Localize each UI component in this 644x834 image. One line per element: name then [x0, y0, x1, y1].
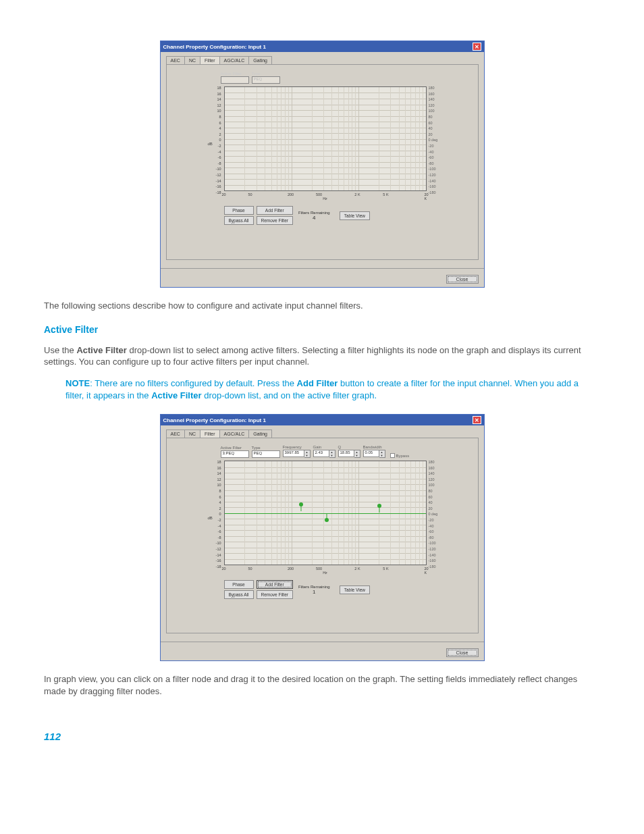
gain-label: Gain [313, 445, 336, 449]
hz-axis-label: Hz [224, 571, 427, 575]
down-arrow-icon: ▼ [304, 454, 310, 457]
y-axis-right-ticks: 180160140120100806040200 deg-20-40-60-80… [429, 85, 438, 195]
y-axis-left-ticks: 181614121086420-2-4-6-8-10-12-14-16-18 [212, 85, 221, 195]
chart-grid[interactable] [224, 461, 427, 565]
active-filter-col: Active Filter 3:PEQ [221, 446, 249, 458]
remove-filter-button[interactable]: Remove Filter [257, 216, 293, 225]
dialog-titlebar[interactable]: Channel Property Configuration: Input 1 … [161, 415, 484, 425]
active-filter-paragraph: Use the Active Filter drop-down list to … [44, 344, 600, 368]
active-filter-label: Active Filter [221, 72, 249, 76]
down-arrow-icon: ▼ [329, 454, 335, 457]
gain-spinner[interactable]: 2.43▲▼ [313, 450, 336, 458]
table-view-button[interactable]: Table View [340, 585, 370, 594]
checkbox-icon[interactable] [390, 453, 395, 458]
remove-filter-button[interactable]: Remove Filter [257, 590, 293, 599]
active-filter-dropdown[interactable]: 3:PEQ [221, 450, 249, 458]
tab-aec[interactable]: AEC [166, 56, 185, 64]
tab-strip: AEC NC Filter AGC/ALC Gating [166, 429, 479, 438]
tab-agcalc[interactable]: AGC/ALC [219, 56, 250, 64]
close-button[interactable]: Close [446, 275, 479, 284]
page-number: 112 [44, 731, 600, 742]
phase-button[interactable]: Phase [224, 580, 254, 589]
filter-node[interactable] [325, 518, 329, 522]
filter-node[interactable] [377, 504, 381, 508]
type-dropdown[interactable]: PEQ [252, 76, 280, 84]
filters-remaining-count: 4 [298, 215, 330, 221]
bypass-all-button[interactable]: Bypass All [224, 590, 254, 599]
tab-nc[interactable]: NC [184, 429, 200, 438]
hz-axis-label: Hz [224, 197, 427, 201]
note-label: NOTE [65, 378, 90, 388]
tab-nc[interactable]: NC [184, 56, 200, 64]
active-filter-label: Active Filter [221, 446, 249, 450]
active-filter-heading: Active Filter [44, 324, 600, 335]
dialog-footer: Close [161, 268, 484, 287]
y-axis-left-ticks: 181614121086420-2-4-6-8-10-12-14-16-18 [212, 459, 221, 569]
bandwidth-spinner[interactable]: 0.05▲▼ [363, 450, 385, 458]
filter-node[interactable] [299, 502, 303, 506]
type-dropdown[interactable]: PEQ [252, 450, 280, 458]
filters-remaining: Filters Remaining 1 [296, 585, 333, 595]
dialog-body: AEC NC Filter AGC/ALC Gating Active Filt… [161, 425, 484, 642]
add-filter-button[interactable]: Add Filter [257, 206, 293, 215]
active-filter-dropdown[interactable] [221, 76, 249, 84]
type-label: Type [252, 72, 280, 76]
phase-button[interactable]: Phase [224, 206, 254, 215]
filter-tab-panel: Active Filter 3:PEQ Type PEQ Frequency 3… [166, 438, 479, 633]
graph-view-paragraph: In graph view, you can click on a filter… [44, 673, 600, 697]
frequency-spinner[interactable]: 3997.85▲▼ [283, 450, 311, 458]
active-filter-bold-2: Active Filter [151, 390, 201, 400]
filter-controls-row: Active Filter Type PEQ [221, 72, 471, 84]
tab-gating[interactable]: Gating [248, 429, 272, 438]
type-col: Type PEQ [252, 72, 280, 84]
type-label: Type [252, 446, 280, 450]
table-view-button[interactable]: Table View [340, 211, 370, 220]
tab-filter[interactable]: Filter [200, 429, 220, 438]
q-col: Q 18.85▲▼ [338, 445, 360, 458]
note-block: NOTE: There are no filters configured by… [65, 377, 579, 402]
y-axis-right-ticks: 180160140120100806040200 deg-20-40-60-80… [429, 459, 438, 569]
dialog-title: Channel Property Configuration: Input 1 [163, 417, 266, 423]
add-filter-bold: Add Filter [297, 378, 338, 388]
close-icon[interactable]: ✕ [473, 416, 481, 424]
close-button[interactable]: Close [446, 648, 479, 657]
channel-property-dialog-1: Channel Property Configuration: Input 1 … [160, 41, 485, 288]
bypass-all-button[interactable]: Bypass All [224, 216, 254, 225]
filter-tab-panel: Active Filter Type PEQ dB 18161412108642… [166, 64, 479, 260]
bandwidth-col: Bandwidth 0.05▲▼ [363, 445, 385, 458]
filter-chart[interactable]: dB 181614121086420-2-4-6-8-10-12-14-16-1… [211, 86, 440, 201]
channel-property-dialog-2: Channel Property Configuration: Input 1 … [160, 414, 485, 661]
tab-aec[interactable]: AEC [166, 429, 185, 438]
filters-remaining-label: Filters Remaining [298, 585, 330, 589]
tab-gating[interactable]: Gating [248, 56, 272, 64]
tab-filter[interactable]: Filter [200, 56, 220, 64]
intro-paragraph: The following sections describe how to c… [44, 300, 600, 312]
filter-bottom-controls: Phase Bypass All Add Filter Remove Filte… [224, 580, 471, 599]
filters-remaining-label: Filters Remaining [298, 211, 330, 215]
tab-strip: AEC NC Filter AGC/ALC Gating [166, 56, 479, 64]
q-spinner[interactable]: 18.85▲▼ [338, 450, 360, 458]
down-arrow-icon: ▼ [354, 454, 360, 457]
frequency-col: Frequency 3997.85▲▼ [283, 445, 311, 458]
close-icon[interactable]: ✕ [473, 43, 481, 51]
frequency-label: Frequency [283, 445, 311, 449]
gain-col: Gain 2.43▲▼ [313, 445, 336, 458]
dialog-title: Channel Property Configuration: Input 1 [163, 44, 266, 50]
chart-grid[interactable] [224, 86, 427, 191]
type-col: Type PEQ [252, 446, 280, 458]
add-filter-button[interactable]: Add Filter [257, 580, 293, 589]
tab-agcalc[interactable]: AGC/ALC [219, 429, 250, 438]
dialog-footer: Close [161, 642, 484, 660]
filters-remaining: Filters Remaining 4 [296, 211, 333, 221]
filter-response-line [225, 513, 426, 514]
bypass-checkbox[interactable]: Bypass [390, 453, 410, 458]
active-filter-bold: Active Filter [76, 345, 126, 355]
dialog-body: AEC NC Filter AGC/ALC Gating Active Filt… [161, 52, 484, 268]
filter-bottom-controls: Phase Bypass All Add Filter Remove Filte… [224, 206, 471, 225]
down-arrow-icon: ▼ [379, 454, 385, 457]
q-label: Q [338, 445, 360, 449]
filter-controls-row: Active Filter 3:PEQ Type PEQ Frequency 3… [221, 445, 471, 458]
filters-remaining-count: 1 [298, 589, 330, 595]
dialog-titlebar[interactable]: Channel Property Configuration: Input 1 … [161, 41, 484, 52]
filter-chart[interactable]: dB 181614121086420-2-4-6-8-10-12-14-16-1… [211, 461, 440, 575]
